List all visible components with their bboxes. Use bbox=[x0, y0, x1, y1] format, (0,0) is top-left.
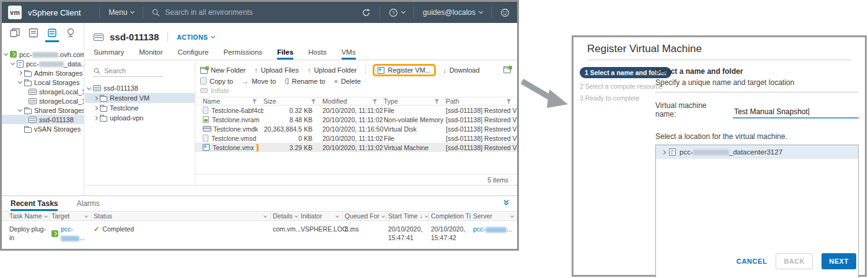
feedback-button[interactable] bbox=[500, 8, 510, 17]
column-header-completion-time[interactable]: Completion Ti... bbox=[429, 212, 471, 220]
column-header-queued-for[interactable]: Queued For bbox=[343, 212, 386, 220]
tree-item-upload-vpn[interactable]: upload-vpn bbox=[85, 113, 195, 123]
delete-button[interactable]: ×Delete bbox=[334, 78, 361, 85]
folder-icon bbox=[100, 96, 107, 102]
tree-item-vcenter[interactable]: pcc-.ovh.com bbox=[2, 50, 84, 59]
download-button[interactable]: ↓Download bbox=[443, 66, 479, 74]
tree-item-datacenter[interactable]: pcc-_datacenter3127 bbox=[656, 145, 858, 159]
file-search-input[interactable]: Search bbox=[94, 67, 163, 77]
tree-item-vsan-storages[interactable]: vSAN Storages bbox=[2, 124, 84, 133]
vcenter-icon bbox=[51, 230, 58, 237]
new-folder-button[interactable]: New Folder bbox=[200, 66, 246, 74]
column-header-status[interactable]: Status bbox=[92, 212, 271, 220]
collapse-panel-button[interactable] bbox=[503, 199, 510, 208]
register-vm-button[interactable]: Register VM... bbox=[374, 66, 434, 74]
tab-monitor[interactable]: Monitor bbox=[139, 48, 162, 60]
new-folder-icon bbox=[200, 68, 208, 74]
folder-icon bbox=[100, 106, 107, 112]
actions-label: ACTIONS bbox=[177, 34, 208, 41]
table-row[interactable]: Testclone-6abf4cb3... 0.32 KB 20/10/2020… bbox=[195, 105, 517, 115]
tree-item-local-storages[interactable]: Local Storages bbox=[2, 78, 84, 87]
filter-icon[interactable] bbox=[311, 99, 316, 104]
tab-alarms[interactable]: Alarms bbox=[76, 196, 99, 211]
folder-icon bbox=[24, 109, 32, 114]
change-datastore-button[interactable] bbox=[503, 65, 511, 76]
check-icon: ✓ bbox=[94, 225, 99, 234]
file-table: Name Size Modified Type Path Testclone-6… bbox=[195, 97, 517, 152]
tree-item-storage-local-1[interactable]: storageLocal_172.1... bbox=[2, 87, 84, 96]
table-row[interactable]: Testclone.nvram 8.48 KB 20/10/2020, 11:1… bbox=[195, 115, 517, 124]
tree-item-shared-storages[interactable]: Shared Storages bbox=[2, 105, 84, 115]
upload-folder-button[interactable]: ↑Upload Folder bbox=[308, 66, 357, 74]
wizard-step-2[interactable]: 2 Select a compute resource bbox=[580, 83, 657, 90]
datastore-icon bbox=[94, 34, 104, 41]
column-header-path[interactable]: Path bbox=[446, 97, 517, 105]
folder-icon bbox=[24, 127, 32, 133]
tab-hosts[interactable]: Hosts bbox=[308, 48, 326, 60]
wizard-step-3[interactable]: 3 Ready to complete bbox=[580, 94, 657, 102]
next-button[interactable]: NEXT bbox=[822, 253, 856, 269]
menu-button[interactable]: Menu bbox=[108, 8, 134, 17]
rename-to-button[interactable]: 〈]Rename to bbox=[285, 77, 326, 85]
column-header-type[interactable]: Type bbox=[384, 97, 446, 105]
global-search[interactable]: Search in all environments bbox=[152, 8, 252, 17]
table-row-testclone-vmx[interactable]: Testclone.vmx 3.29 KB 20/10/2020, 11:11:… bbox=[195, 143, 517, 152]
datacenter-icon bbox=[669, 148, 676, 156]
column-header-start-time[interactable]: Start Time↓ bbox=[386, 212, 429, 220]
filter-icon[interactable] bbox=[507, 99, 511, 104]
table-row[interactable]: Testclone.vmdk 20,363,884.5 KB 20/10/202… bbox=[195, 124, 517, 133]
search-icon bbox=[94, 68, 100, 74]
folder-icon bbox=[100, 116, 107, 122]
back-button[interactable]: BACK bbox=[776, 253, 813, 269]
column-header-modified[interactable]: Modified bbox=[322, 97, 384, 105]
refresh-button[interactable] bbox=[361, 8, 371, 17]
tree-item-testclone[interactable]: Testclone bbox=[85, 103, 195, 113]
tree-item-datacenter[interactable]: pcc-_data... bbox=[2, 59, 84, 68]
column-header-target[interactable]: Target bbox=[50, 212, 92, 220]
column-header-name[interactable]: Name bbox=[203, 97, 264, 105]
vcenter-icon bbox=[10, 51, 17, 58]
column-header-task-name[interactable]: Task Name bbox=[7, 212, 50, 220]
hosts-and-clusters-icon[interactable] bbox=[8, 28, 22, 42]
move-to-button[interactable]: →Move to bbox=[242, 78, 276, 85]
task-completion-time: 20/10/2020,15:47:42 bbox=[429, 225, 471, 242]
filter-icon[interactable] bbox=[373, 99, 377, 104]
column-header-server[interactable]: Server bbox=[471, 212, 517, 220]
upload-files-button[interactable]: ↑Upload Files bbox=[254, 66, 299, 74]
vm-name-input[interactable]: Test Manual Snapshot bbox=[733, 107, 859, 119]
tab-summary[interactable]: Summary bbox=[94, 48, 124, 60]
column-header-size[interactable]: Size bbox=[264, 97, 322, 105]
tab-files[interactable]: Files bbox=[277, 48, 293, 60]
filter-icon[interactable] bbox=[252, 99, 257, 104]
cancel-button[interactable]: CANCEL bbox=[737, 258, 767, 265]
actions-button[interactable]: ACTIONS bbox=[177, 34, 215, 41]
inflate-button[interactable]: Inflate bbox=[200, 87, 229, 94]
task-row[interactable]: Deploy plug-in pcc-... ✓Completed com.vm… bbox=[2, 221, 517, 242]
tree-item-admin-storages[interactable]: Admin Storages bbox=[2, 68, 84, 78]
tree-item-root-datastore[interactable]: ssd-011138 bbox=[85, 83, 195, 93]
tree-item-restored-vm[interactable]: Restored VM bbox=[85, 93, 195, 103]
tab-configure[interactable]: Configure bbox=[178, 48, 209, 60]
networking-icon[interactable] bbox=[64, 28, 78, 42]
chevron-right-icon bbox=[662, 150, 666, 154]
storage-icon[interactable] bbox=[45, 28, 59, 42]
tree-item-storage-local-2[interactable]: storageLocal_172.1... bbox=[2, 96, 84, 105]
page-title: ssd-011138 bbox=[110, 32, 159, 42]
chevron-down-icon bbox=[4, 52, 8, 56]
tree-item-ssd-011138[interactable]: ssd-011138 bbox=[2, 115, 84, 124]
column-header-details[interactable]: Details bbox=[271, 212, 299, 220]
chevron-right-icon bbox=[94, 96, 98, 100]
tab-recent-tasks[interactable]: Recent Tasks bbox=[11, 196, 58, 211]
divider bbox=[379, 7, 380, 18]
filter-icon[interactable] bbox=[435, 99, 439, 104]
help-menu[interactable]: ? bbox=[389, 8, 405, 17]
tab-permissions[interactable]: Permissions bbox=[223, 48, 262, 60]
vmware-logo: vm bbox=[8, 6, 22, 19]
copy-to-button[interactable]: Copy to bbox=[200, 78, 233, 85]
user-menu[interactable]: guides@localos bbox=[423, 8, 482, 17]
step-subheading: Specify a unique name and target locatio… bbox=[655, 78, 859, 87]
vms-and-templates-icon[interactable] bbox=[27, 28, 40, 42]
column-header-initiator[interactable]: Initiator bbox=[299, 212, 343, 220]
table-row[interactable]: Testclone.vmsd 0 KB 20/10/2020, 11:11:02… bbox=[195, 133, 517, 143]
tab-vms[interactable]: VMs bbox=[342, 48, 356, 60]
